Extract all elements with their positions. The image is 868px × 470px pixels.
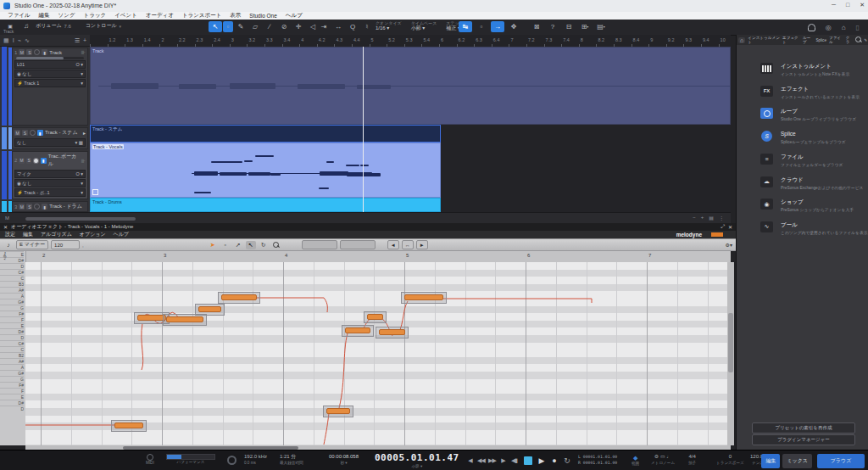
melodyne-note[interactable] xyxy=(166,316,203,322)
add-track-button[interactable]: + xyxy=(83,37,86,43)
instrument-select[interactable]: ◉ なし▾ xyxy=(14,179,86,187)
arrow-tool[interactable]: ↖ xyxy=(209,21,222,32)
user-account-icon[interactable] xyxy=(808,24,815,31)
zoom-tool[interactable] xyxy=(271,241,281,249)
audio-event-drums[interactable]: Track - Drums xyxy=(90,198,441,212)
melodyne-note-editor[interactable] xyxy=(25,262,731,445)
melodyne-note[interactable] xyxy=(404,294,443,300)
monitor-button[interactable]: ▮ xyxy=(42,204,47,210)
timebase-combo[interactable]: タイムベース 小節 ▾ xyxy=(411,21,437,31)
maximize-button[interactable]: □ xyxy=(846,2,849,8)
browser-item-pool[interactable]: ∿プールこのソング内で使用されているファイルを表示 xyxy=(737,221,868,243)
track-header-vocals[interactable]: 2 M S ▮ Trac..ボーカル ⊪ マイクO ▾ ◉ なし▾ ⚡ Trac… xyxy=(12,151,88,199)
volume-slider[interactable] xyxy=(16,57,84,59)
melodyne-note[interactable] xyxy=(114,422,143,428)
close-icon[interactable]: ✕ xyxy=(728,224,732,230)
autoscroll-icon[interactable]: ⇥ xyxy=(317,21,331,32)
tempo-field[interactable]: 120 xyxy=(51,240,80,249)
melodyne-menu-item[interactable]: 編集 xyxy=(23,231,33,238)
list-icon[interactable]: ☰ xyxy=(75,37,80,44)
melodyne-menu-item[interactable]: アルゴリズム xyxy=(41,231,72,238)
record-arm-button[interactable] xyxy=(30,130,36,136)
browser-tab[interactable]: ファイル xyxy=(829,36,843,44)
browser-tab[interactable]: インストゥルメント xyxy=(748,36,780,44)
group-icon[interactable]: ⊠ xyxy=(530,21,543,32)
quantize-combo[interactable]: クオンタイズ 1/16 ▾ xyxy=(376,21,402,31)
menubar-item[interactable]: 表示 xyxy=(225,12,245,20)
browser-item-loop[interactable]: ループStudio One ループライブラリをブラウズ xyxy=(737,107,868,129)
melodyne-menu-item[interactable]: オプション xyxy=(80,231,106,238)
performance-meter[interactable]: パフォーマンス xyxy=(166,454,215,465)
record-button[interactable]: ● xyxy=(548,455,559,466)
menubar-item[interactable]: Studio One xyxy=(245,13,281,19)
solo-button[interactable]: S xyxy=(22,130,28,136)
solo-button[interactable]: S xyxy=(26,158,32,164)
solo-button[interactable]: S xyxy=(26,49,32,55)
melodyne-note[interactable] xyxy=(137,315,166,321)
melodyne-note[interactable] xyxy=(326,408,350,414)
channel-select[interactable]: ⚡ Track - ボ..1▾ xyxy=(14,188,86,197)
input-select[interactable]: マイクO ▾ xyxy=(14,170,86,178)
audio-event-track1[interactable]: Track xyxy=(90,47,731,125)
melodyne-note[interactable] xyxy=(379,329,405,335)
mute-button[interactable]: M xyxy=(19,49,25,55)
automation-icon[interactable]: ∿ xyxy=(25,37,30,44)
browse-view-button[interactable]: ブラウズ xyxy=(817,454,865,468)
search-icon[interactable] xyxy=(855,36,861,43)
transport-nav-button[interactable]: ▶▶ xyxy=(487,455,498,466)
track-header-track1[interactable]: 1 M S ▮ Track ⊪ L01O ▾ ◉ なし▾ ⚡ Track 1▾ xyxy=(12,48,88,126)
browser-tab[interactable]: クラ xyxy=(846,36,853,44)
browser-home-tab[interactable]: ⌂ xyxy=(738,37,745,43)
eraser-tool[interactable]: ▱ xyxy=(248,21,262,32)
crossfade-icon[interactable]: ✥ xyxy=(507,21,520,32)
close-button[interactable]: ✕ xyxy=(860,2,865,8)
menubar-item[interactable]: イベント xyxy=(110,12,142,20)
formant-tool[interactable]: ↗ xyxy=(233,241,243,249)
track-list-icon[interactable]: ▤▾ xyxy=(594,21,608,32)
menubar-item[interactable]: ヘルプ xyxy=(281,12,307,20)
close-panel-icon[interactable]: ✕ xyxy=(3,224,8,230)
sync-icon[interactable]: ◎ xyxy=(826,22,832,33)
melodyne-note[interactable] xyxy=(367,314,383,320)
main-tool[interactable]: ➤ xyxy=(208,241,218,249)
transport-nav-button[interactable]: ◀◀ xyxy=(476,455,487,466)
mute-button[interactable]: M xyxy=(19,158,25,164)
loop-button[interactable]: ↻ xyxy=(561,455,572,466)
zoom-in-icon[interactable]: + xyxy=(701,215,704,221)
automation-param-value[interactable]: 7.6 xyxy=(64,24,71,29)
melodyne-note[interactable] xyxy=(221,294,257,300)
time-signature[interactable]: 4/4拍子 xyxy=(688,454,696,466)
transport-nav-button[interactable]: ◀▮ xyxy=(509,455,520,466)
range-toggle[interactable]: ◆範囲 xyxy=(632,454,639,467)
menubar-item[interactable]: トラック xyxy=(80,12,111,20)
layout-icon[interactable]: ⊟ xyxy=(562,21,576,32)
melodyne-pitch-ruler[interactable]: 𝄞 ED#DC#CB3A#AG#GF#FED#DC#CB2A#AG#GF#FED… xyxy=(0,251,26,445)
detach-icon[interactable]: ⤢ xyxy=(721,224,725,230)
record-arm-button[interactable] xyxy=(34,49,40,55)
browser-item-fx[interactable]: FXエフェクトインストールされているエフェクトを表示 xyxy=(737,85,868,107)
record-arm-button[interactable] xyxy=(34,204,40,210)
play-button[interactable]: ▶ xyxy=(536,455,547,466)
quantize-icon[interactable]: Q xyxy=(346,21,359,32)
scrub-icon[interactable]: ↻ xyxy=(259,241,269,249)
melodyne-note[interactable] xyxy=(198,306,221,312)
browser-item-piano[interactable]: インストゥルメントインストゥルメントとNote FXを表示 xyxy=(737,62,868,84)
control-link-label[interactable]: コントロール xyxy=(86,22,117,30)
menubar-item[interactable]: 編集 xyxy=(35,12,54,20)
menubar-item[interactable]: ソング xyxy=(54,12,80,20)
track-name[interactable]: Track - ドラム xyxy=(49,203,82,210)
loop-range-readout[interactable]: L 00001.01.01.00 R 00001.01.01.00 xyxy=(578,454,617,466)
plugin-manager-button[interactable]: プラグインマネージャー xyxy=(752,434,855,445)
browser-tab[interactable]: ループ xyxy=(803,36,813,44)
input-select[interactable]: L01O ▾ xyxy=(14,60,86,69)
solo-button[interactable]: S xyxy=(26,204,32,210)
mute-button[interactable]: M xyxy=(14,130,20,136)
paint-tool[interactable]: ✎ xyxy=(234,21,248,32)
wrench-icon[interactable]: ⌁ xyxy=(18,37,21,44)
browser-item-shop[interactable]: ◉ショップPreSonus ショップからアドオンを入手 xyxy=(737,198,868,220)
melodyne-bar-ruler[interactable]: 234567 xyxy=(25,251,731,263)
settings-gear-icon[interactable]: ⚙▾ xyxy=(726,242,732,248)
timestretch-icon[interactable]: ↔ xyxy=(331,21,345,32)
pitch-tool[interactable]: ▫ xyxy=(220,241,231,249)
arrangement-lanes[interactable]: Track Track - ステム Track - Vocals Track -… xyxy=(90,47,731,212)
